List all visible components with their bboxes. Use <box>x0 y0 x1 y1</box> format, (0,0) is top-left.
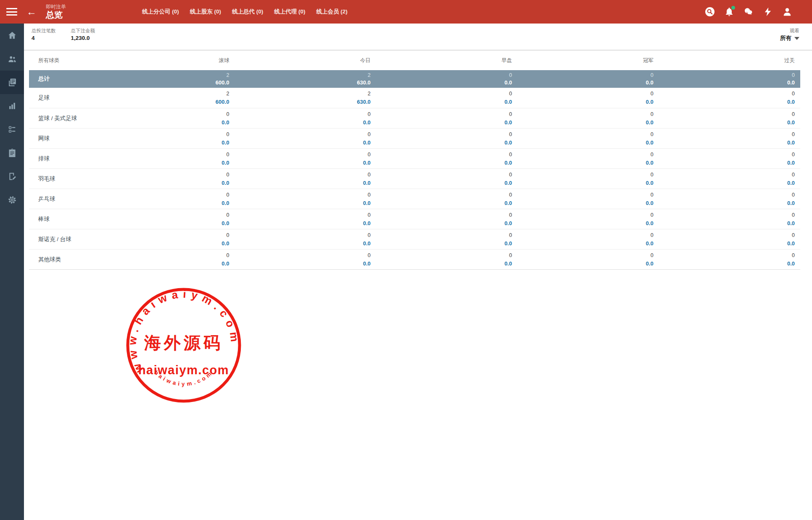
table-row[interactable]: 足球 2600.0 2630.0 00.0 00.0 00.0 <box>29 88 800 108</box>
table-cell: 00.0 <box>229 229 370 249</box>
cell-amount[interactable]: 0.0 <box>512 179 653 187</box>
cell-count: 0 <box>229 171 370 179</box>
sidebar-item-home[interactable] <box>0 24 24 47</box>
table-cell: 00.0 <box>654 189 795 209</box>
viewer-filter-dropdown[interactable]: 所有 <box>780 34 799 42</box>
table-cell: 00.0 <box>88 149 229 168</box>
cell-amount[interactable]: 0.0 <box>88 179 229 187</box>
stamp-ring <box>128 289 240 401</box>
notifications-bell-icon[interactable] <box>724 6 735 17</box>
cell-amount[interactable]: 0.0 <box>654 159 795 167</box>
sidebar-item-statistics[interactable] <box>0 94 24 118</box>
cell-amount[interactable]: 0.0 <box>371 159 512 167</box>
cell-amount[interactable]: 0.0 <box>654 260 795 268</box>
cell-amount[interactable]: 0.0 <box>229 219 370 227</box>
sidebar-item-clipboard[interactable] <box>0 141 24 165</box>
table-cell: 00.0 <box>371 209 512 229</box>
cell-amount[interactable]: 0.0 <box>88 239 229 247</box>
cell-amount[interactable]: 0.0 <box>512 260 653 268</box>
cell-amount[interactable]: 0.0 <box>88 219 229 227</box>
total-bet-amount: 总下注金额 1,230.0 <box>71 27 95 42</box>
cell-count: 0 <box>229 211 370 219</box>
table-row[interactable]: 斯诺克 / 台球 00.0 00.0 00.0 00.0 00.0 <box>29 229 800 249</box>
cell-amount[interactable]: 0.0 <box>229 179 370 187</box>
cell-amount[interactable]: 600.0 <box>88 98 229 106</box>
menu-icon[interactable] <box>6 8 17 16</box>
cell-amount[interactable]: 0.0 <box>371 179 512 187</box>
sidebar-item-reports[interactable] <box>0 71 24 94</box>
column-header-parlay: 过关 <box>654 51 795 70</box>
search-icon[interactable] <box>704 6 715 17</box>
cell-count: 0 <box>229 191 370 199</box>
sidebar-item-notes[interactable] <box>0 165 24 188</box>
cell-amount[interactable]: 0.0 <box>512 118 653 126</box>
cell-amount[interactable]: 0.0 <box>654 219 795 227</box>
sidebar-item-settings[interactable] <box>0 188 24 212</box>
tab-agent[interactable]: 线上代理 (0) <box>274 8 305 16</box>
cell-count: 0 <box>229 131 370 139</box>
account-icon[interactable] <box>782 6 793 17</box>
table-cell: 00.0 <box>371 229 512 249</box>
cell-count: 0 <box>371 131 512 139</box>
stamp-bottom-arc-text: haiwaiym.com <box>153 369 214 387</box>
row-label: 总计 <box>29 70 88 88</box>
cell-amount[interactable]: 0.0 <box>229 118 370 126</box>
cell-amount[interactable]: 0.0 <box>229 199 370 207</box>
cell-amount[interactable]: 0.0 <box>88 159 229 167</box>
cell-amount[interactable]: 0.0 <box>229 159 370 167</box>
cell-amount[interactable]: 0.0 <box>654 139 795 147</box>
tab-master-agent[interactable]: 线上总代 (0) <box>232 8 263 16</box>
table-body: 足球 2600.0 2630.0 00.0 00.0 00.0 篮球 / 美式足… <box>29 88 800 269</box>
cell-amount[interactable]: 0.0 <box>512 239 653 247</box>
cell-amount[interactable]: 0.0 <box>88 199 229 207</box>
cell-amount[interactable]: 0.0 <box>229 139 370 147</box>
table-row[interactable]: 乒乓球 00.0 00.0 00.0 00.0 00.0 <box>29 189 800 209</box>
cell-amount[interactable]: 0.0 <box>654 179 795 187</box>
column-header-sport: 所有球类 <box>29 51 88 70</box>
cell-amount[interactable]: 0.0 <box>654 98 795 106</box>
flash-icon[interactable] <box>762 6 773 17</box>
table-row[interactable]: 羽毛球 00.0 00.0 00.0 00.0 00.0 <box>29 168 800 189</box>
cell-amount[interactable]: 0.0 <box>371 98 512 106</box>
cell-amount[interactable]: 630.0 <box>229 98 370 106</box>
cell-amount[interactable]: 0.0 <box>512 159 653 167</box>
cell-amount[interactable]: 0.0 <box>654 239 795 247</box>
sidebar-item-ballot[interactable] <box>0 118 24 141</box>
tab-member[interactable]: 线上会员 (2) <box>316 8 348 16</box>
cell-amount[interactable]: 0.0 <box>512 199 653 207</box>
cell-amount[interactable]: 0.0 <box>229 260 370 268</box>
tab-branch[interactable]: 线上分公司 (0) <box>142 8 179 16</box>
cell-count: 0 <box>371 72 512 79</box>
cell-amount[interactable]: 0.0 <box>371 118 512 126</box>
cell-amount[interactable]: 0.0 <box>229 239 370 247</box>
table-row[interactable]: 排球 00.0 00.0 00.0 00.0 00.0 <box>29 148 800 168</box>
cell-amount[interactable]: 0.0 <box>88 260 229 268</box>
cell-amount[interactable]: 0.0 <box>371 199 512 207</box>
table-row[interactable]: 其他球类 00.0 00.0 00.0 00.0 00.0 <box>29 249 800 269</box>
cell-count: 0 <box>654 191 795 199</box>
notes-icon <box>8 172 17 181</box>
table-row[interactable]: 篮球 / 美式足球 00.0 00.0 00.0 00.0 00.0 <box>29 108 800 128</box>
sidebar-item-members[interactable] <box>0 47 24 71</box>
cell-amount[interactable]: 0.0 <box>371 239 512 247</box>
cell-amount[interactable]: 0.0 <box>371 219 512 227</box>
cell-amount[interactable]: 0.0 <box>512 139 653 147</box>
cell-amount[interactable]: 0.0 <box>512 98 653 106</box>
cell-amount[interactable]: 0.0 <box>371 260 512 268</box>
reports-icon <box>8 78 17 87</box>
cell-amount[interactable]: 0.0 <box>88 139 229 147</box>
back-arrow-icon[interactable]: ← <box>26 7 37 17</box>
chevron-down-icon <box>794 37 799 40</box>
page-title-block: 即时注单 总览 <box>46 4 66 20</box>
cell-amount[interactable]: 0.0 <box>654 118 795 126</box>
cell-amount[interactable]: 0.0 <box>654 199 795 207</box>
cell-amount[interactable]: 0.0 <box>371 139 512 147</box>
tab-shareholder[interactable]: 线上股东 (0) <box>190 8 221 16</box>
stamp-center-en: haiwaiym.com <box>138 363 229 377</box>
cell-amount[interactable]: 0.0 <box>512 219 653 227</box>
chat-icon[interactable] <box>743 6 754 17</box>
table-row[interactable]: 棒球 00.0 00.0 00.0 00.0 00.0 <box>29 209 800 229</box>
cell-amount[interactable]: 0.0 <box>88 118 229 126</box>
cell-count: 0 <box>371 90 512 98</box>
table-row[interactable]: 网球 00.0 00.0 00.0 00.0 00.0 <box>29 128 800 148</box>
